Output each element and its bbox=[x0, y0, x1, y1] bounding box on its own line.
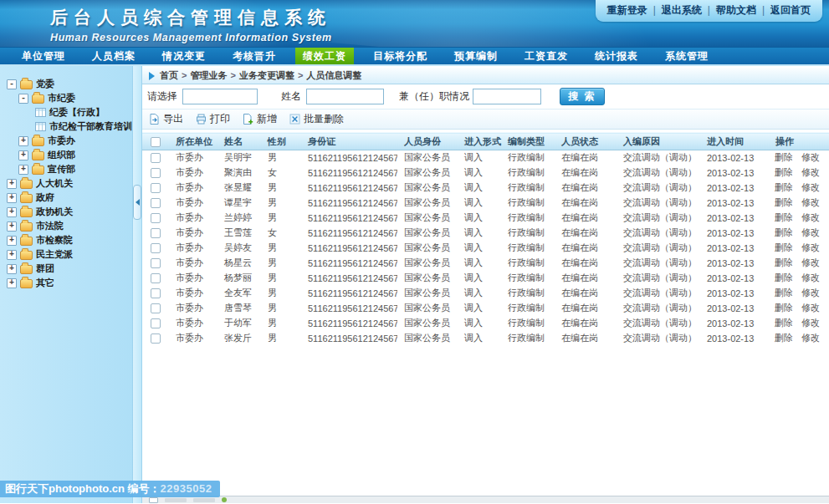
row-checkbox[interactable] bbox=[151, 213, 161, 223]
delete-link[interactable]: 删除 bbox=[775, 272, 793, 283]
delete-link[interactable]: 删除 bbox=[775, 318, 793, 328]
quick-link-3[interactable]: 返回首页 bbox=[770, 4, 811, 16]
nav-item-2[interactable]: 情况变更 bbox=[155, 48, 213, 64]
tree-item-7[interactable]: +人大机关 bbox=[0, 176, 132, 191]
tree-toggle[interactable]: + bbox=[7, 193, 17, 203]
cell-name: 谭星宇 bbox=[217, 196, 261, 211]
tree-item-2[interactable]: 纪委【行政】 bbox=[0, 105, 132, 120]
nav-item-5[interactable]: 目标将分配 bbox=[366, 48, 435, 64]
tree-item-8[interactable]: +政府 bbox=[0, 191, 132, 205]
row-checkbox[interactable] bbox=[151, 288, 161, 298]
row-checkbox[interactable] bbox=[151, 318, 161, 328]
tree-toggle[interactable]: + bbox=[7, 250, 17, 260]
breadcrumb-item-2[interactable]: 业务变更调整 bbox=[239, 70, 294, 80]
delete-link[interactable]: 删除 bbox=[775, 152, 793, 162]
edit-link[interactable]: 修改 bbox=[801, 303, 820, 313]
row-checkbox[interactable] bbox=[151, 333, 161, 344]
delete-link[interactable]: 删除 bbox=[775, 333, 793, 343]
tree-item-6[interactable]: +宣传部 bbox=[0, 162, 132, 176]
tree-item-10[interactable]: +市法院 bbox=[0, 219, 132, 233]
delete-link[interactable]: 删除 bbox=[775, 288, 793, 298]
row-checkbox[interactable] bbox=[151, 228, 161, 238]
edit-link[interactable]: 修改 bbox=[801, 227, 820, 237]
edit-link[interactable]: 修改 bbox=[801, 242, 820, 252]
edit-link[interactable]: 修改 bbox=[801, 257, 820, 267]
tree-toggle[interactable]: + bbox=[7, 221, 17, 232]
edit-link[interactable]: 修改 bbox=[801, 272, 820, 283]
filter-name-input[interactable] bbox=[306, 89, 384, 104]
tree-toggle[interactable]: + bbox=[18, 136, 28, 146]
search-button[interactable]: 搜 索 bbox=[560, 88, 605, 105]
add-button[interactable]: 新增 bbox=[243, 112, 277, 126]
tree-toggle[interactable]: + bbox=[7, 278, 17, 288]
select-all-checkbox[interactable] bbox=[151, 137, 161, 147]
tree-item-label: 市检察院 bbox=[36, 234, 73, 247]
edit-link[interactable]: 修改 bbox=[801, 197, 820, 207]
delete-link[interactable]: 删除 bbox=[775, 257, 793, 267]
breadcrumb-item-1[interactable]: 管理业务 bbox=[190, 70, 227, 80]
tree-toggle[interactable]: - bbox=[7, 79, 17, 89]
row-checkbox[interactable] bbox=[151, 258, 161, 268]
tree-item-4[interactable]: +市委办 bbox=[0, 134, 132, 148]
edit-link[interactable]: 修改 bbox=[801, 152, 820, 162]
table-row: 市委办兰婷婷男511621195612124567国家公务员调入行政编制在编在岗… bbox=[142, 211, 829, 226]
cell-staffing-type: 行政编制 bbox=[501, 241, 555, 256]
delete-link[interactable]: 删除 bbox=[775, 212, 793, 222]
nav-item-0[interactable]: 单位管理 bbox=[14, 48, 73, 64]
row-checkbox[interactable] bbox=[151, 198, 161, 208]
row-checkbox[interactable] bbox=[151, 273, 161, 283]
batch-delete-button[interactable]: 批量删除 bbox=[289, 112, 344, 126]
delete-link[interactable]: 删除 bbox=[775, 242, 793, 252]
breadcrumb-item-0[interactable]: 首页 bbox=[160, 70, 178, 80]
tree-toggle[interactable]: - bbox=[18, 94, 28, 104]
tree-toggle[interactable]: + bbox=[18, 150, 28, 160]
tree-item-5[interactable]: +组织部 bbox=[0, 148, 132, 162]
delete-link[interactable]: 删除 bbox=[775, 167, 793, 177]
edit-link[interactable]: 修改 bbox=[801, 318, 820, 328]
delete-link[interactable]: 删除 bbox=[775, 182, 793, 192]
row-checkbox[interactable] bbox=[151, 153, 161, 163]
cell-unit: 市委办 bbox=[169, 331, 217, 346]
delete-link[interactable]: 删除 bbox=[775, 227, 793, 237]
tree-item-9[interactable]: +政协机关 bbox=[0, 205, 132, 219]
tree-toggle[interactable]: + bbox=[7, 207, 17, 217]
tree-item-1[interactable]: -市纪委 bbox=[0, 91, 132, 105]
filter-job-input[interactable] bbox=[473, 89, 541, 104]
breadcrumb-item-3[interactable]: 人员信息调整 bbox=[306, 70, 361, 80]
export-button[interactable]: 导出 bbox=[149, 112, 183, 126]
tree-item-13[interactable]: +群团 bbox=[0, 262, 132, 276]
tree-item-11[interactable]: +市检察院 bbox=[0, 233, 132, 247]
edit-link[interactable]: 修改 bbox=[801, 167, 820, 177]
filter-select-input[interactable] bbox=[182, 89, 258, 104]
tree-item-3[interactable]: 市纪检干部教育培训中心 bbox=[0, 120, 132, 134]
row-checkbox[interactable] bbox=[151, 183, 161, 193]
edit-link[interactable]: 修改 bbox=[801, 182, 820, 192]
print-button[interactable]: 打印 bbox=[196, 112, 230, 126]
sidebar-collapse-button[interactable] bbox=[133, 185, 141, 220]
nav-item-3[interactable]: 考核晋升 bbox=[225, 48, 284, 64]
nav-item-6[interactable]: 预算编制 bbox=[447, 48, 505, 64]
nav-item-7[interactable]: 工资直发 bbox=[517, 48, 576, 64]
row-checkbox[interactable] bbox=[151, 303, 161, 313]
tree-item-0[interactable]: -党委 bbox=[0, 77, 132, 91]
edit-link[interactable]: 修改 bbox=[801, 288, 820, 298]
nav-item-8[interactable]: 统计报表 bbox=[587, 48, 646, 64]
quick-link-2[interactable]: 帮助文档 bbox=[716, 4, 756, 16]
edit-link[interactable]: 修改 bbox=[801, 333, 820, 343]
tree-toggle[interactable]: + bbox=[7, 264, 17, 274]
row-checkbox[interactable] bbox=[151, 243, 161, 253]
nav-item-4[interactable]: 绩效工资 bbox=[295, 48, 354, 64]
quick-link-0[interactable]: 重新登录 bbox=[607, 4, 647, 16]
delete-link[interactable]: 删除 bbox=[775, 197, 793, 207]
nav-item-9[interactable]: 系统管理 bbox=[658, 48, 716, 64]
tree-item-14[interactable]: +其它 bbox=[0, 276, 132, 290]
nav-item-1[interactable]: 人员档案 bbox=[84, 48, 143, 64]
quick-link-1[interactable]: 退出系统 bbox=[662, 4, 702, 16]
row-checkbox[interactable] bbox=[151, 168, 161, 178]
tree-item-12[interactable]: +民主党派 bbox=[0, 247, 132, 262]
tree-toggle[interactable]: + bbox=[7, 179, 17, 189]
edit-link[interactable]: 修改 bbox=[801, 212, 820, 222]
delete-link[interactable]: 删除 bbox=[775, 303, 793, 313]
tree-toggle[interactable]: + bbox=[7, 236, 17, 246]
tree-toggle[interactable]: + bbox=[18, 165, 28, 175]
